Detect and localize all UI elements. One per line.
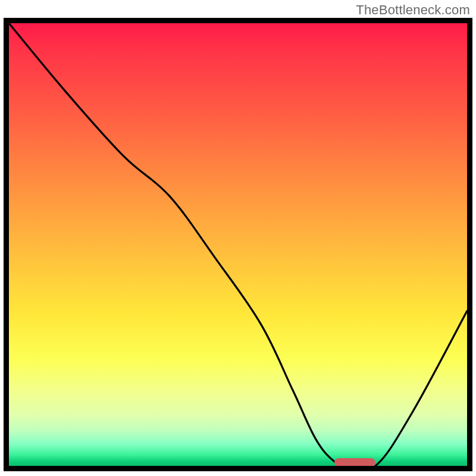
bottleneck-curve bbox=[9, 23, 467, 466]
optimal-range-marker bbox=[334, 458, 375, 467]
curve-path bbox=[9, 23, 467, 466]
chart-frame bbox=[4, 18, 472, 471]
watermark-text: TheBottleneck.com bbox=[356, 2, 470, 18]
